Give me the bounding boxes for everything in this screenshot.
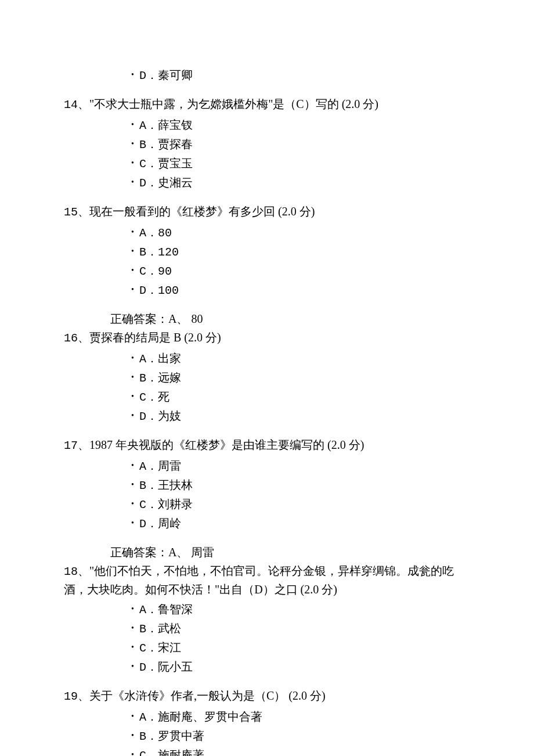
option-item: A．出家 — [139, 350, 470, 368]
option-item: D．秦可卿 — [139, 66, 470, 85]
question-block-17: 17、1987 年央视版的《红楼梦》是由谁主要编写的 (2.0 分) A．周雷 … — [64, 436, 470, 561]
question-block-14: 14、"不求大士瓶中露，为乞嫦娥槛外梅"是（C）写的 (2.0 分) A．薛宝钗… — [64, 95, 470, 192]
question-block-16: 16、贾探春的结局是 B (2.0 分) A．出家 B．远嫁 C．死 D．为妓 — [64, 329, 470, 426]
question-text: 15、现在一般看到的《红楼梦》有多少回 (2.0 分) — [64, 203, 470, 221]
option-list: A．鲁智深 B．武松 C．宋江 D．阮小五 — [64, 600, 470, 676]
option-item: A．周雷 — [139, 457, 470, 476]
option-item: B．武松 — [139, 620, 470, 638]
answer-text: 正确答案：A、 80 — [64, 310, 470, 327]
option-item: B．远嫁 — [139, 369, 470, 387]
answer-text: 正确答案：A、 周雷 — [64, 543, 470, 561]
option-item: B．贾探春 — [139, 135, 470, 154]
option-item: A．施耐庵、罗贯中合著 — [139, 708, 470, 726]
option-item: C．贾宝玉 — [139, 154, 470, 173]
question-text: 14、"不求大士瓶中露，为乞嫦娥槛外梅"是（C）写的 (2.0 分) — [64, 95, 470, 114]
option-list: A．薛宝钗 B．贾探春 C．贾宝玉 D．史湘云 — [64, 116, 470, 192]
question-text: 17、1987 年央视版的《红楼梦》是由谁主要编写的 (2.0 分) — [64, 436, 470, 455]
question-block-18: 18、"他们不怕天，不怕地，不怕官司。论秤分金银，异样穿绸锦。成瓮的吃酒，大块吃… — [64, 562, 470, 676]
option-item: C．宋江 — [139, 639, 470, 657]
option-item: B．120 — [139, 243, 470, 261]
option-item: A．80 — [139, 224, 470, 242]
option-list: A．80 B．120 C．90 D．100 — [64, 224, 470, 300]
option-item: C．刘耕录 — [139, 495, 470, 514]
option-item: C．90 — [139, 262, 470, 280]
option-item: D．为妓 — [139, 407, 470, 426]
option-item: C．死 — [139, 388, 470, 406]
option-list: A．周雷 B．王扶林 C．刘耕录 D．周岭 — [64, 457, 470, 533]
document-page: D．秦可卿 14、"不求大士瓶中露，为乞嫦娥槛外梅"是（C）写的 (2.0 分)… — [0, 0, 534, 756]
question-text: 19、关于《水浒传》作者,一般认为是（C） (2.0 分) — [64, 687, 470, 705]
option-item: B．王扶林 — [139, 476, 470, 495]
option-list: A．施耐庵、罗贯中合著 B．罗贯中著 C．施耐庵著 — [64, 708, 470, 756]
option-item: D．阮小五 — [139, 658, 470, 676]
option-list: A．出家 B．远嫁 C．死 D．为妓 — [64, 350, 470, 426]
question-text: 18、"他们不怕天，不怕地，不怕官司。论秤分金银，异样穿绸锦。成瓮的吃酒，大块吃… — [64, 562, 470, 598]
option-item: A．薛宝钗 — [139, 116, 470, 135]
option-item: D．周岭 — [139, 514, 470, 533]
option-item: C．施耐庵著 — [139, 746, 470, 756]
question-block-19: 19、关于《水浒传》作者,一般认为是（C） (2.0 分) A．施耐庵、罗贯中合… — [64, 687, 470, 756]
option-item: B．罗贯中著 — [139, 727, 470, 746]
question-block-15: 15、现在一般看到的《红楼梦》有多少回 (2.0 分) A．80 B．120 C… — [64, 203, 470, 327]
option-text: D．秦可卿 — [139, 69, 193, 82]
question-text: 16、贾探春的结局是 B (2.0 分) — [64, 329, 470, 347]
trailing-option-list: D．秦可卿 — [64, 66, 470, 85]
option-item: D．100 — [139, 281, 470, 300]
option-item: A．鲁智深 — [139, 600, 470, 619]
option-item: D．史湘云 — [139, 174, 470, 192]
